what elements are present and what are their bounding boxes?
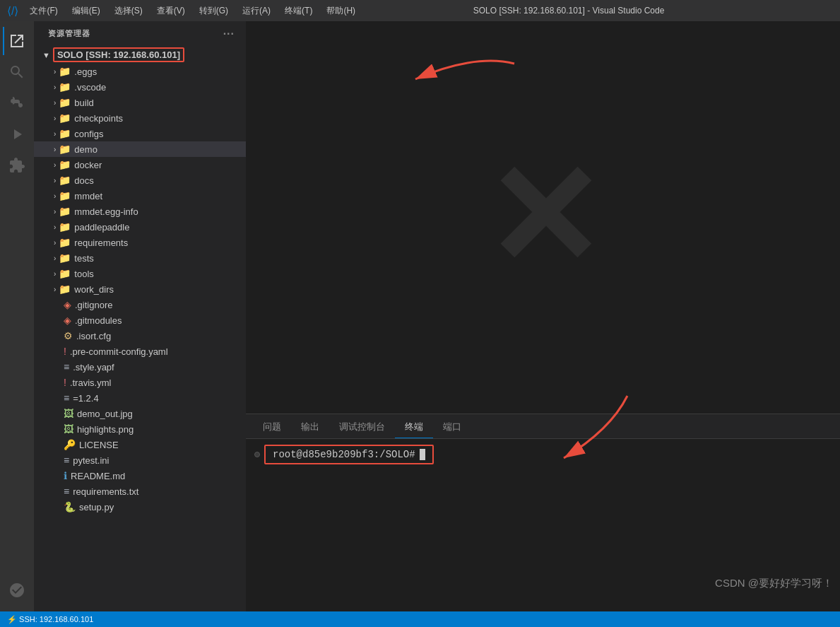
tree-item-eggs[interactable]: › 📁 .eggs: [34, 64, 246, 79]
item-label: .gitmodules: [75, 315, 122, 326]
tree-item-demo[interactable]: › 📁 demo: [34, 141, 246, 157]
md-icon: ℹ: [64, 470, 67, 481]
sidebar-more-button[interactable]: ···: [223, 28, 235, 40]
editor-placeholder: ✕: [246, 21, 840, 414]
yaml-icon: !: [64, 346, 66, 357]
folder-icon: 📁: [59, 81, 71, 93]
item-label: highlights.png: [77, 424, 134, 435]
menu-terminal[interactable]: 终端(T): [279, 4, 318, 18]
tree-item-vscode[interactable]: › 📁 .vscode: [34, 79, 246, 95]
git-icon: ◈: [64, 299, 71, 310]
tree-item-demo-out[interactable]: 🖼 demo_out.jpg: [34, 406, 246, 421]
tree-item-tests[interactable]: › 📁 tests: [34, 250, 246, 266]
tab-terminal[interactable]: 终端: [395, 416, 433, 438]
menu-edit[interactable]: 编辑(E): [66, 4, 106, 18]
menu-help[interactable]: 帮助(H): [321, 4, 361, 18]
item-label: requirements: [74, 238, 128, 248]
tree-item-work-dirs[interactable]: › 📁 work_dirs: [34, 281, 246, 297]
item-label: .style.yapf: [73, 362, 114, 373]
tree-item-travis[interactable]: ! .travis.yml: [34, 375, 246, 390]
tree-item-style-yapf[interactable]: ≡ .style.yapf: [34, 359, 246, 375]
item-label: demo_out.jpg: [77, 409, 133, 419]
item-label: configs: [74, 129, 103, 139]
tree-item-tools[interactable]: › 📁 tools: [34, 266, 246, 281]
terminal-cursor: [420, 449, 425, 460]
activity-source-control[interactable]: [3, 89, 31, 117]
item-label: .isort.cfg: [76, 331, 111, 341]
item-label: setup.py: [79, 502, 114, 512]
terminal-status-dot: [254, 452, 260, 457]
item-label: mmdet.egg-info: [74, 206, 138, 217]
folder-icon: 📁: [59, 66, 71, 77]
status-left: ⚡ SSH: 192.168.60.101: [7, 615, 93, 624]
item-label: tests: [74, 253, 93, 264]
folder-chevron-icon: ›: [54, 286, 56, 293]
txt-icon: ≡: [64, 486, 69, 497]
tree-item-build[interactable]: › 📁 build: [34, 95, 246, 110]
item-label: demo: [74, 144, 97, 155]
ini-icon: ≡: [64, 455, 69, 466]
tree-item-mmdet-egg-info[interactable]: › 📁 mmdet.egg-info: [34, 204, 246, 219]
main-layout: 资源管理器 ··· ▼ SOLO [SSH: 192.168.60.101] ›…: [0, 21, 840, 611]
item-label: work_dirs: [74, 284, 114, 295]
git-icon: ◈: [64, 315, 71, 326]
folder-chevron-icon: ›: [54, 99, 56, 107]
tree-item-paddlepaddle[interactable]: › 📁 paddlepaddle: [34, 219, 246, 235]
folder-chevron-icon: ›: [54, 192, 56, 200]
folder-icon: 📁: [59, 143, 71, 155]
menu-select[interactable]: 选择(S): [109, 4, 148, 18]
menu-run[interactable]: 运行(A): [237, 4, 276, 18]
tab-debug-console[interactable]: 调试控制台: [329, 416, 395, 438]
tree-item-docker[interactable]: › 📁 docker: [34, 157, 246, 172]
tree-item-gitmodules[interactable]: ◈ .gitmodules: [34, 312, 246, 328]
item-label: .vscode: [74, 82, 106, 93]
tree-item-checkpoints[interactable]: › 📁 checkpoints: [34, 110, 246, 126]
menu-goto[interactable]: 转到(G): [194, 4, 234, 18]
tree-item-pre-commit[interactable]: ! .pre-commit-config.yaml: [34, 344, 246, 359]
tree-item-setup-py[interactable]: 🐍 setup.py: [34, 499, 246, 515]
tree-item-mmdet[interactable]: › 📁 mmdet: [34, 188, 246, 204]
tree-item-configs[interactable]: › 📁 configs: [34, 126, 246, 141]
tree-item-isort-cfg[interactable]: ⚙ .isort.cfg: [34, 328, 246, 344]
folder-chevron-icon: ›: [54, 254, 56, 262]
tree-item-docs[interactable]: › 📁 docs: [34, 172, 246, 188]
activity-remote[interactable]: [3, 576, 31, 604]
tree-item-license[interactable]: 🔑 LICENSE: [34, 437, 246, 452]
tree-item-gitignore[interactable]: ◈ .gitignore: [34, 297, 246, 312]
item-label: LICENSE: [79, 440, 119, 450]
folder-icon: 📁: [59, 190, 71, 201]
menu-file[interactable]: 文件(F): [24, 4, 63, 18]
folder-chevron-icon: ›: [54, 223, 56, 231]
placeholder-x: ✕: [484, 135, 603, 300]
item-label: docs: [74, 175, 93, 186]
tree-item-version[interactable]: ≡ =1.2.4: [34, 390, 246, 406]
activity-run[interactable]: [3, 120, 31, 148]
tree-item-requirements-txt[interactable]: ≡ requirements.txt: [34, 484, 246, 499]
item-label: .eggs: [74, 66, 97, 77]
tree-item-requirements[interactable]: › 📁 requirements: [34, 235, 246, 250]
py-icon: 🐍: [64, 501, 76, 512]
editor-area: ✕ 问题 输出 调试控制台 终端 端口 root@d85e9b209bf3:/S…: [246, 21, 840, 611]
tree-item-highlights[interactable]: 🖼 highlights.png: [34, 421, 246, 437]
status-remote[interactable]: ⚡ SSH: 192.168.60.101: [7, 615, 93, 624]
menu-view[interactable]: 查看(V): [151, 4, 191, 18]
folder-chevron-icon: ›: [54, 177, 56, 184]
tab-output[interactable]: 输出: [291, 416, 329, 438]
tree-item-pytest[interactable]: ≡ pytest.ini: [34, 452, 246, 468]
item-label: paddlepaddle: [74, 222, 129, 233]
txt-icon: ≡: [64, 392, 69, 404]
titlebar: ⟨/⟩ 文件(F) 编辑(E) 选择(S) 查看(V) 转到(G) 运行(A) …: [0, 0, 840, 21]
tab-ports[interactable]: 端口: [433, 416, 471, 438]
activity-extensions[interactable]: [3, 151, 31, 180]
sidebar-title: 资源管理器: [48, 28, 90, 39]
activity-explorer[interactable]: [3, 27, 31, 55]
item-label: build: [74, 98, 93, 108]
tree-root-solo[interactable]: ▼ SOLO [SSH: 192.168.60.101]: [34, 46, 246, 64]
terminal-prompt-line: root@d85e9b209bf3:/SOLO#: [254, 445, 832, 464]
txt-icon: ≡: [64, 361, 69, 373]
tree-item-readme[interactable]: ℹ README.md: [34, 468, 246, 484]
tab-problems[interactable]: 问题: [253, 416, 291, 438]
activity-search[interactable]: [3, 58, 31, 86]
item-label: .gitignore: [75, 300, 112, 310]
terminal-prompt-box: root@d85e9b209bf3:/SOLO#: [264, 445, 434, 464]
